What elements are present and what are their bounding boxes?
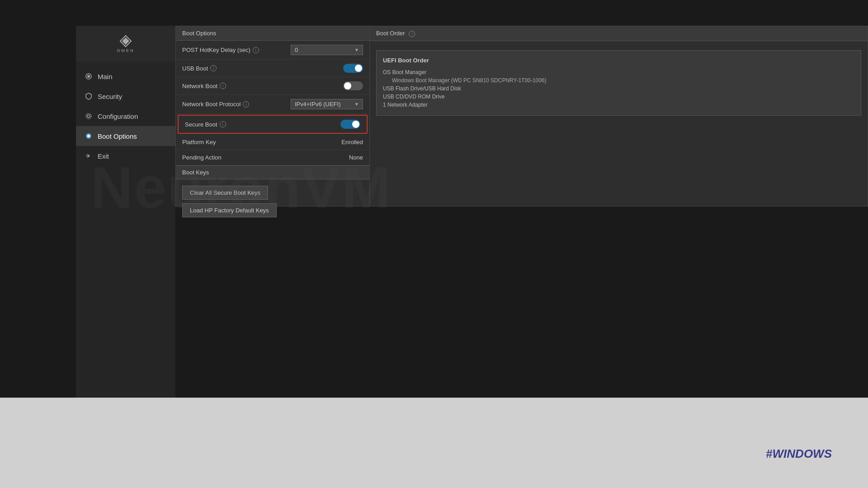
boot-entry-os-manager[interactable]: OS Boot Manager [383, 68, 854, 76]
omen-diamond-icon [119, 35, 132, 47]
boot-options-title: Boot Options [182, 30, 216, 37]
svg-point-4 [87, 115, 90, 117]
sidebar-item-security[interactable]: Security [76, 86, 175, 106]
nav-menu: Main Security Configuration Boot Options [76, 66, 175, 166]
bottom-bar: #WINDOWS [0, 398, 868, 488]
usb-boot-row: USB Boot i [176, 60, 369, 77]
usb-boot-toggle-knob [355, 65, 362, 72]
boot-keys-section-header: Boot Keys [176, 165, 369, 179]
post-hotkey-info-icon[interactable]: i [253, 47, 259, 53]
secure-boot-info-icon[interactable]: i [220, 121, 226, 127]
sidebar-item-security-label: Security [98, 93, 122, 100]
boot-entry-usb-flash[interactable]: USB Flash Drive/USB Hard Disk [383, 84, 854, 93]
pending-action-value: None [349, 154, 363, 161]
network-boot-protocol-row: Network Boot Protocol i IPv4+IPv6 (UEFI)… [176, 95, 369, 114]
sidebar-item-exit[interactable]: Exit [76, 146, 175, 166]
network-boot-protocol-dropdown[interactable]: IPv4+IPv6 (UEFI) ▼ [291, 99, 363, 109]
sidebar-item-boot-options-label: Boot Options [98, 132, 137, 140]
post-hotkey-delay-label: POST HotKey Delay (sec) i [182, 47, 259, 53]
network-boot-row: Network Boot i [176, 77, 369, 95]
pending-action-row: Pending Action None [176, 150, 369, 165]
boot-order-panel-header: Boot Order i [370, 26, 868, 41]
network-boot-protocol-label: Network Boot Protocol i [182, 101, 249, 108]
network-boot-protocol-info-icon[interactable]: i [243, 101, 249, 108]
load-hp-factory-keys-button[interactable]: Load HP Factory Default Keys [182, 203, 277, 217]
windows-hashtag: #WINDOWS [766, 447, 832, 461]
usb-boot-info-icon[interactable]: i [210, 65, 217, 71]
boot-order-panel: Boot Order i UEFI Boot Order OS Boot Man… [370, 26, 868, 206]
boot-order-title: Boot Order [376, 30, 405, 37]
boot-options-panel-header: Boot Options [176, 26, 369, 41]
boot-keys-body: Clear All Secure Boot Keys Load HP Facto… [176, 179, 369, 224]
main-content: Boot Options POST HotKey Delay (sec) i 0… [175, 26, 868, 206]
gear-icon [85, 113, 92, 120]
uefi-boot-order-title: UEFI Boot Order [383, 57, 854, 64]
network-protocol-chevron-icon: ▼ [354, 102, 359, 107]
brand-label: OMEN [117, 48, 135, 53]
usb-boot-toggle[interactable] [343, 64, 363, 73]
circle-icon [85, 73, 92, 80]
boot-options-body: POST HotKey Delay (sec) i 0 ▼ USB Boot i [176, 41, 369, 165]
post-hotkey-delay-value: 0 [295, 47, 298, 53]
secure-boot-toggle-knob [352, 121, 359, 128]
chevron-down-icon: ▼ [354, 47, 359, 52]
boot-entry-usb-dvd[interactable]: USB CD/DVD ROM Drive [383, 93, 854, 101]
pending-action-label: Pending Action [182, 154, 222, 161]
secure-boot-toggle[interactable] [340, 120, 360, 129]
network-boot-toggle[interactable] [343, 81, 363, 90]
boot-options-panel: Boot Options POST HotKey Delay (sec) i 0… [175, 26, 370, 206]
post-hotkey-delay-row: POST HotKey Delay (sec) i 0 ▼ [176, 41, 369, 60]
logo-area: OMEN [76, 26, 175, 62]
svg-point-5 [86, 113, 91, 119]
network-boot-protocol-value: IPv4+IPv6 (UEFI) [295, 101, 341, 108]
boot-order-list: UEFI Boot Order OS Boot Manager Windows … [376, 50, 861, 116]
dot-filled-icon [85, 132, 92, 140]
sidebar-item-exit-label: Exit [98, 152, 109, 160]
network-boot-info-icon[interactable]: i [220, 83, 226, 89]
sidebar: OMEN Main Security Configuration [76, 26, 175, 398]
boot-entry-windows-manager[interactable]: Windows Boot Manager (WD PC SN810 SDCPNR… [383, 76, 854, 84]
post-hotkey-delay-dropdown[interactable]: 0 ▼ [291, 45, 363, 55]
network-boot-toggle-knob [344, 82, 351, 89]
platform-key-label: Platform Key [182, 139, 216, 145]
sidebar-item-configuration-label: Configuration [98, 113, 138, 120]
boot-order-info-icon[interactable]: i [409, 31, 415, 37]
sidebar-item-configuration[interactable]: Configuration [76, 106, 175, 126]
svg-point-7 [87, 135, 90, 137]
sidebar-item-main-label: Main [98, 73, 113, 80]
platform-key-value: Enrolled [341, 139, 363, 145]
shield-icon [85, 93, 92, 100]
platform-key-row: Platform Key Enrolled [176, 135, 369, 150]
clear-secure-boot-keys-button[interactable]: Clear All Secure Boot Keys [182, 186, 268, 200]
secure-boot-label: Secure Boot i [185, 121, 226, 128]
sidebar-item-main[interactable]: Main [76, 66, 175, 86]
sidebar-item-boot-options[interactable]: Boot Options [76, 126, 175, 146]
boot-entry-network-adapter[interactable]: 1 Network Adapter [383, 101, 854, 109]
boot-keys-title: Boot Keys [182, 169, 209, 176]
secure-boot-row: Secure Boot i [178, 115, 368, 134]
omen-logo: OMEN [117, 35, 135, 53]
exit-arrow-icon [85, 152, 92, 160]
network-boot-label: Network Boot i [182, 83, 226, 89]
usb-boot-label: USB Boot i [182, 65, 217, 72]
svg-point-3 [87, 75, 90, 78]
